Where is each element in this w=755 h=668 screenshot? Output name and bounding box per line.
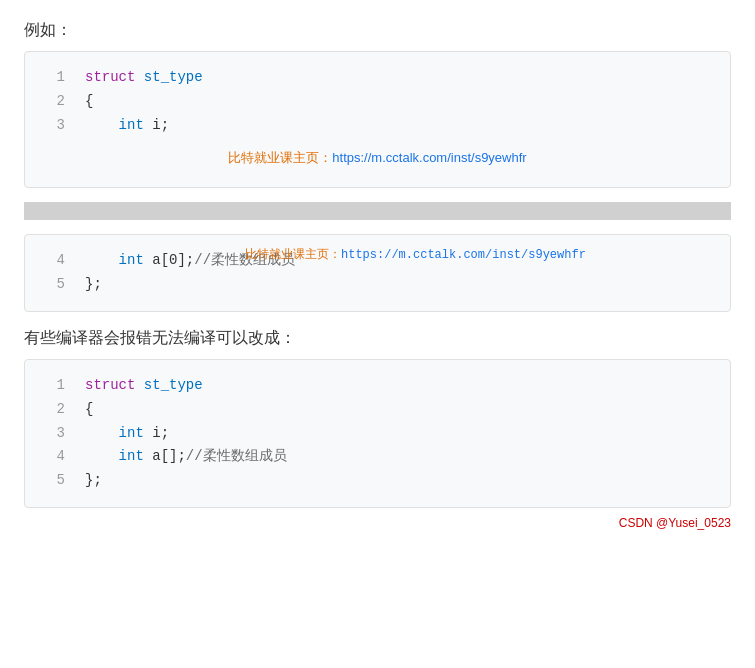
example-label: 例如： [24,20,731,41]
line-number: 1 [41,66,65,90]
code-line-c2: 2 { [41,398,714,422]
code-block-2: 4 int a[0];//柔性数组成员 比特就业课主页：https://m.cc… [24,234,731,312]
line-number: 4 [41,249,65,273]
code-text: { [85,398,93,422]
line-number: 5 [41,273,65,297]
code-text: struct st_type [85,66,203,90]
line-number: 3 [41,114,65,138]
watermark-overlay: 比特就业课主页：https://m.cctalk.com/inst/s9yewh… [245,245,586,265]
watermark-1: 比特就业课主页：https://m.cctalk.com/inst/s9yewh… [41,143,714,173]
line-number: 1 [41,374,65,398]
divider [24,202,731,220]
code-line-c1: 1 struct st_type [41,374,714,398]
code-line-3: 3 int i; [41,114,714,138]
line-number: 3 [41,422,65,446]
code-block-1: 1 struct st_type 2 { 3 int i; 比特就业课主页：ht… [24,51,731,188]
code-block-3: 1 struct st_type 2 { 3 int i; 4 int a[];… [24,359,731,508]
line-number: 2 [41,90,65,114]
code-line-1: 1 struct st_type [41,66,714,90]
code-line-c4: 4 int a[];//柔性数组成员 [41,445,714,469]
code-line-c5: 5 }; [41,469,714,493]
code-line-c3: 3 int i; [41,422,714,446]
csdn-badge: CSDN @Yusei_0523 [24,516,731,530]
code-text: int a[];//柔性数组成员 [85,445,287,469]
line-number: 4 [41,445,65,469]
code-line-5: 5 }; [41,273,714,297]
gap [24,312,731,328]
compiler-label: 有些编译器会报错无法编译可以改成： [24,328,731,349]
code-line-2: 2 { [41,90,714,114]
code-text: int i; [85,114,169,138]
code-text: }; [85,273,102,297]
code-text: }; [85,469,102,493]
code-text: struct st_type [85,374,203,398]
code-text: int i; [85,422,169,446]
line-number: 5 [41,469,65,493]
code-text: { [85,90,93,114]
line-number: 2 [41,398,65,422]
